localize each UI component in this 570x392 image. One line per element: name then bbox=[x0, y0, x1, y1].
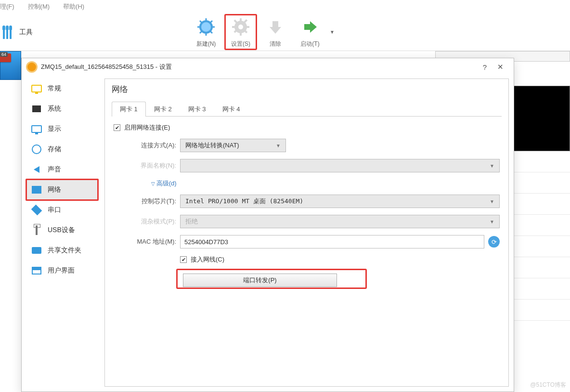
sidebar-label: 网络 bbox=[48, 185, 61, 194]
caret-icon: ▼ bbox=[490, 163, 494, 169]
network-icon bbox=[32, 186, 41, 194]
settings-dialog: ZMQ15_default_1625648525458_51315 - 设置 ?… bbox=[21, 58, 514, 392]
menu-file[interactable]: 理(F) bbox=[0, 2, 14, 11]
menu-help[interactable]: 帮助(H) bbox=[63, 2, 84, 11]
toolbar: 新建(N) 设置(S) 清除 启动(T) ▼ bbox=[189, 13, 337, 51]
sidebar-label: 常规 bbox=[48, 84, 61, 93]
nic-tabs: 网卡 1 网卡 2 网卡 3 网卡 4 bbox=[112, 102, 502, 117]
promisc-value: 拒绝 bbox=[185, 217, 198, 226]
sidebar-item-ui[interactable]: 用户界面 bbox=[26, 261, 99, 281]
content-heading: 网络 bbox=[112, 84, 502, 95]
serial-icon bbox=[31, 205, 42, 216]
dialog-close-button[interactable]: ✕ bbox=[492, 63, 508, 71]
toolbar-new[interactable]: 新建(N) bbox=[189, 14, 223, 51]
sidebar-item-system[interactable]: 系统 bbox=[26, 99, 99, 119]
sidebar-item-shared[interactable]: 共享文件夹 bbox=[26, 240, 99, 261]
promisc-label: 混杂模式(P): bbox=[114, 217, 176, 226]
sidebar-item-usb[interactable]: USB设备 bbox=[26, 220, 99, 240]
menu-control[interactable]: 控制(M) bbox=[28, 2, 50, 11]
caret-icon: ▼ bbox=[490, 219, 494, 224]
start-icon bbox=[300, 17, 320, 37]
enable-network-label: 启用网络连接(E) bbox=[124, 123, 170, 132]
toolbar-start[interactable]: 启动(T) bbox=[293, 14, 327, 51]
sidebar-label: 串口 bbox=[48, 206, 61, 214]
highlight-settings bbox=[224, 14, 257, 50]
sidebar-label: 共享文件夹 bbox=[48, 246, 81, 255]
tab-nic1[interactable]: 网卡 1 bbox=[112, 102, 146, 117]
chip-label: 控制芯片(T): bbox=[114, 197, 176, 206]
dialog-icon bbox=[27, 63, 36, 71]
toolbar-clear-label: 清除 bbox=[258, 40, 293, 48]
caret-icon: ▼ bbox=[276, 143, 281, 148]
usb-icon bbox=[36, 225, 38, 235]
svg-point-5 bbox=[201, 22, 211, 32]
sidebar-label: USB设备 bbox=[48, 226, 75, 235]
folder-icon bbox=[32, 247, 41, 254]
sidebar-item-general[interactable]: 常规 bbox=[26, 78, 99, 99]
mac-label: MAC 地址(M): bbox=[114, 237, 176, 246]
ui-icon bbox=[32, 267, 41, 274]
sidebar-item-network[interactable]: 网络 bbox=[26, 180, 99, 200]
vm-arch-badge: 64 bbox=[0, 52, 8, 57]
new-icon bbox=[196, 17, 216, 37]
cable-label: 接入网线(C) bbox=[191, 255, 224, 264]
caret-icon: ▼ bbox=[490, 199, 494, 204]
promisc-select: 拒绝▼ bbox=[180, 215, 500, 228]
sidebar-item-audio[interactable]: 声音 bbox=[26, 159, 99, 180]
system-icon bbox=[32, 105, 41, 112]
tools-icon bbox=[3, 26, 14, 39]
sidebar-item-display[interactable]: 显示 bbox=[26, 119, 99, 139]
mac-refresh-button[interactable]: ⟳ bbox=[488, 236, 500, 248]
network-form: 启用网络连接(E) 连接方式(A): 网络地址转换(NAT)▼ 界面名称(N):… bbox=[112, 117, 502, 297]
enable-network-checkbox[interactable] bbox=[114, 124, 120, 131]
display-icon bbox=[31, 125, 42, 133]
mac-input[interactable]: 5254004D77D3 bbox=[180, 235, 484, 248]
sidebar-label: 显示 bbox=[48, 125, 61, 133]
mac-value: 5254004D77D3 bbox=[184, 238, 228, 246]
toolbar-new-label: 新建(N) bbox=[189, 40, 223, 48]
general-icon bbox=[31, 85, 42, 92]
watermark: @51CTO博客 bbox=[530, 381, 566, 389]
port-forwarding-button[interactable]: 端口转发(P) bbox=[183, 274, 337, 287]
storage-icon bbox=[32, 144, 41, 154]
attach-select[interactable]: 网络地址转换(NAT)▼ bbox=[180, 139, 286, 152]
toolbar-settings[interactable]: 设置(S) bbox=[223, 14, 258, 51]
sidebar-label: 系统 bbox=[48, 105, 61, 113]
dialog-help-button[interactable]: ? bbox=[477, 63, 492, 71]
iface-label: 界面名称(N): bbox=[114, 161, 176, 170]
sidebar-item-storage[interactable]: 存储 bbox=[26, 139, 99, 159]
menu-bar: 理(F) 控制(M) 帮助(H) bbox=[0, 0, 570, 13]
dialog-titlebar: ZMQ15_default_1625648525458_51315 - 设置 ?… bbox=[22, 58, 514, 76]
attach-value: 网络地址转换(NAT) bbox=[185, 141, 239, 150]
tab-nic2[interactable]: 网卡 2 bbox=[146, 102, 180, 117]
tools-label: 工具 bbox=[19, 28, 33, 37]
toolbar-start-label: 启动(T) bbox=[293, 40, 327, 48]
settings-content: 网络 网卡 1 网卡 2 网卡 3 网卡 4 启用网络连接(E) 连接方式(A)… bbox=[104, 78, 509, 387]
dialog-title: ZMQ15_default_1625648525458_51315 - 设置 bbox=[41, 63, 477, 71]
toolbar-start-dropdown[interactable]: ▼ bbox=[327, 13, 337, 51]
settings-sidebar: 常规 系统 显示 存储 声音 网络 串口 USB设备 共享文件夹 用户界面 bbox=[26, 78, 99, 387]
sidebar-label: 存储 bbox=[48, 145, 61, 154]
tools-row: 工具 新建(N) 设置(S) 清除 启动(T) ▼ bbox=[0, 13, 570, 51]
attach-label: 连接方式(A): bbox=[114, 141, 176, 150]
chip-select[interactable]: Intel PRO/1000 MT 桌面 (82540EM)▼ bbox=[180, 195, 500, 208]
advanced-toggle[interactable]: 高级(d) bbox=[151, 179, 177, 188]
sidebar-label: 用户界面 bbox=[48, 266, 75, 275]
tab-nic4[interactable]: 网卡 4 bbox=[214, 102, 248, 117]
chip-value: Intel PRO/1000 MT 桌面 (82540EM) bbox=[185, 197, 303, 206]
audio-icon bbox=[34, 166, 39, 173]
cable-checkbox[interactable] bbox=[180, 256, 187, 263]
clear-icon bbox=[265, 17, 285, 37]
tab-nic3[interactable]: 网卡 3 bbox=[180, 102, 214, 117]
sidebar-item-serial[interactable]: 串口 bbox=[26, 200, 99, 220]
sidebar-label: 声音 bbox=[48, 165, 61, 174]
iface-select: ▼ bbox=[180, 159, 500, 172]
toolbar-clear[interactable]: 清除 bbox=[258, 14, 293, 51]
